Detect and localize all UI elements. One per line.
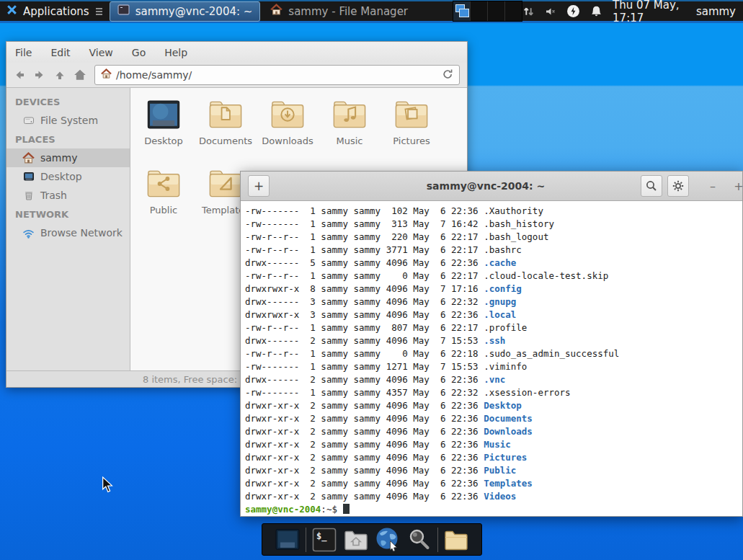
workspace-2[interactable] — [471, 1, 488, 21]
file-item-desktop[interactable]: Desktop — [133, 99, 194, 146]
terminal-body[interactable]: -rw------- 1 sammy sammy 102 May 6 22:36… — [241, 201, 742, 516]
terminal-header[interactable]: + sammy@vnc-2004: ~ – + — [241, 172, 742, 201]
file-item-documents[interactable]: Documents — [195, 99, 256, 146]
picture-folder-icon — [393, 99, 430, 133]
terminal-window: + sammy@vnc-2004: ~ – + -rw------- 1 sam… — [240, 171, 743, 517]
download-folder-icon — [269, 99, 306, 133]
terminal-icon[interactable]: $_ — [311, 526, 338, 554]
file-item-pictures[interactable]: Pictures — [381, 99, 442, 146]
search-icon[interactable] — [406, 526, 433, 554]
workspace-4[interactable] — [505, 1, 522, 21]
terminal-line: drwxr-xr-x 2 sammy sammy 4096 May 6 22:3… — [245, 438, 742, 451]
terminal-line: -rw-r--r-- 1 sammy sammy 0 May 6 22:17 .… — [245, 270, 742, 283]
trash-icon — [22, 190, 35, 202]
terminal-line: -rw------- 1 sammy sammy 102 May 6 22:36… — [245, 205, 742, 218]
menu-help[interactable]: Help — [164, 47, 187, 58]
sidebar-item-browse-network[interactable]: Browse Network — [6, 223, 130, 242]
taskbar: sammy@vnc-2004: ~sammy - File Manager — [107, 1, 415, 22]
dock-separator — [306, 528, 306, 552]
terminal-cursor — [343, 504, 350, 514]
workspace-switcher — [453, 1, 522, 22]
terminal-line: drwxr-xr-x 2 sammy sammy 4096 May 6 22:3… — [245, 477, 742, 490]
home-icon — [101, 68, 112, 81]
taskbar-button-sammy-vnc-2004-[interactable]: sammy@vnc-2004: ~ — [110, 1, 261, 22]
fm-toolbar: /home/sammy/ — [6, 63, 467, 88]
minimize-button[interactable]: – — [702, 175, 724, 197]
applications-menu[interactable]: Applications — [0, 1, 107, 21]
home-folder-icon[interactable] — [342, 526, 370, 554]
notification-bell-icon[interactable] — [590, 4, 602, 19]
file-item-downloads[interactable]: Downloads — [257, 99, 318, 146]
system-tray: Thu 07 May, 17:17 sammy — [522, 0, 743, 25]
dock: $_ — [262, 523, 482, 556]
menu-edit[interactable]: Edit — [50, 47, 70, 58]
terminal-line: -rw------- 1 sammy sammy 4357 May 6 22:3… — [245, 386, 742, 399]
desktop: Applications sammy@vnc-2004: ~sammy - Fi… — [0, 0, 743, 560]
applications-label: Applications — [23, 5, 89, 18]
network-traffic-icon[interactable] — [522, 4, 535, 19]
home-button[interactable] — [70, 66, 90, 84]
address-bar[interactable]: /home/sammy/ — [94, 65, 460, 85]
terminal-line: -rw-r--r-- 1 sammy sammy 807 May 6 22:17… — [245, 321, 742, 334]
show-desktop-icon[interactable] — [274, 526, 301, 554]
dock-separator — [437, 528, 438, 552]
network-icon — [22, 227, 35, 239]
terminal-output: -rw------- 1 sammy sammy 102 May 6 22:36… — [245, 205, 742, 503]
address-path[interactable]: /home/sammy/ — [116, 69, 437, 81]
sidebar-section-places: PLACES — [6, 130, 130, 148]
power-manager-icon[interactable] — [566, 4, 580, 19]
top-panel: Applications sammy@vnc-2004: ~sammy - Fi… — [0, 0, 743, 23]
forward-button[interactable] — [30, 66, 50, 84]
reload-icon[interactable] — [442, 68, 453, 82]
file-manager-icon[interactable] — [442, 526, 470, 554]
sidebar-section-network: NETWORK — [6, 205, 130, 223]
terminal-line: drwxr-xr-x 2 sammy sammy 4096 May 6 22:3… — [245, 425, 742, 438]
terminal-icon — [117, 4, 130, 18]
music-folder-icon — [331, 99, 368, 133]
harddrive-icon — [22, 115, 35, 127]
panel-clock[interactable]: Thu 07 May, 17:17 — [613, 0, 685, 25]
settings-gear-button[interactable] — [667, 175, 689, 197]
desktop-screen-icon — [145, 99, 182, 133]
terminal-line: drwx------ 2 sammy sammy 4096 May 6 22:3… — [245, 373, 742, 386]
menu-go[interactable]: Go — [132, 47, 146, 58]
xfce-logo-icon — [6, 4, 18, 19]
terminal-line: -rw-r--r-- 1 sammy sammy 3771 May 6 22:1… — [245, 244, 742, 257]
workspace-3[interactable] — [488, 1, 505, 21]
share-folder-icon — [145, 168, 182, 203]
terminal-line: drwxr-xr-x 2 sammy sammy 4096 May 6 22:3… — [245, 490, 742, 503]
taskbar-button-sammy-file-manager[interactable]: sammy - File Manager — [263, 2, 415, 21]
terminal-prompt: sammy@vnc-2004:~$ — [245, 503, 742, 516]
maximize-button[interactable]: + — [728, 175, 743, 197]
fm-sidebar: DEVICESFile SystemPLACESsammyDesktopTras… — [6, 88, 130, 370]
sidebar-item-sammy[interactable]: sammy — [6, 148, 130, 167]
search-button[interactable] — [641, 175, 662, 197]
terminal-line: drwxr-xr-x 2 sammy sammy 4096 May 6 22:3… — [245, 399, 742, 412]
menu-file[interactable]: File — [15, 47, 32, 58]
terminal-line: -rw-r--r-- 1 sammy sammy 220 May 6 22:17… — [245, 231, 742, 244]
sidebar-item-trash[interactable]: Trash — [6, 186, 130, 205]
document-folder-icon — [207, 99, 244, 133]
menu-view[interactable]: View — [89, 47, 113, 58]
workspace-1[interactable] — [453, 1, 471, 21]
sidebar-item-desktop[interactable]: Desktop — [6, 167, 130, 186]
file-item-public[interactable]: Public — [133, 168, 194, 215]
terminal-line: drwxr-xr-x 2 sammy sammy 4096 May 6 22:3… — [245, 464, 742, 477]
menu-handle-icon — [96, 8, 102, 15]
fm-menubar: FileEditViewGoHelp — [6, 42, 467, 63]
file-item-music[interactable]: Music — [319, 99, 380, 146]
terminal-line: -rw------- 1 sammy sammy 313 May 7 16:42… — [245, 218, 742, 231]
sidebar-item-file-system[interactable]: File System — [6, 111, 130, 130]
web-browser-icon[interactable] — [374, 526, 401, 554]
back-button[interactable] — [9, 66, 30, 84]
sidebar-section-devices: DEVICES — [6, 92, 130, 111]
template-folder-icon — [207, 168, 244, 203]
home-icon — [22, 152, 35, 164]
volume-muted-icon[interactable] — [545, 4, 556, 19]
panel-user-menu[interactable]: sammy — [696, 5, 736, 18]
terminal-line: drwxrwxr-x 3 sammy sammy 4096 May 6 22:3… — [245, 308, 742, 321]
up-button[interactable] — [50, 66, 70, 84]
terminal-line: drwxrwxr-x 8 sammy sammy 4096 May 7 17:1… — [245, 283, 742, 295]
terminal-line: -rw-r--r-- 1 sammy sammy 0 May 6 22:18 .… — [245, 347, 742, 360]
terminal-line: drwxr-xr-x 2 sammy sammy 4096 May 6 22:3… — [245, 451, 742, 464]
